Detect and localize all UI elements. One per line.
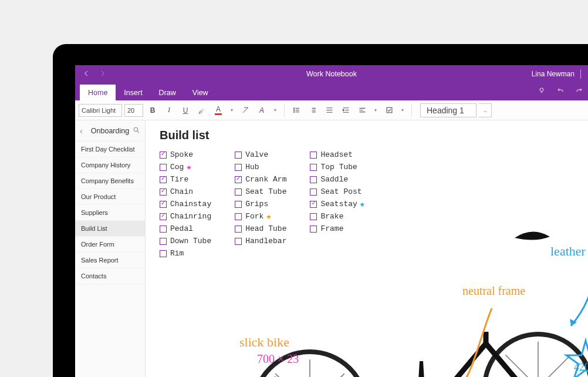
checkbox-icon[interactable] xyxy=(310,201,317,208)
annot-slick-bike: slick bike xyxy=(239,335,289,350)
checklist-item[interactable]: Top Tube xyxy=(310,161,364,173)
checkbox-icon[interactable] xyxy=(160,250,167,257)
checklist-item[interactable]: Pedal xyxy=(160,223,211,234)
nav-back-icon[interactable] xyxy=(82,69,90,79)
app-window: Work Notebook Lina Newman Home Insert Dr… xyxy=(75,65,588,377)
clear-format-button[interactable] xyxy=(238,103,252,117)
checkbox-icon[interactable] xyxy=(310,152,317,159)
star-icon: ★ xyxy=(360,198,365,210)
italic-button[interactable]: I xyxy=(162,103,176,117)
bullet-list-button[interactable] xyxy=(289,103,303,117)
bold-button[interactable]: B xyxy=(146,103,160,117)
checklist-item[interactable]: Tire xyxy=(160,174,211,185)
checkbox-icon[interactable] xyxy=(235,176,242,183)
checkbox-icon[interactable] xyxy=(160,176,167,183)
checklist-item[interactable]: Chain xyxy=(160,186,211,197)
font-size-selector[interactable]: 20 xyxy=(124,104,143,117)
checkbox-icon[interactable] xyxy=(310,176,317,183)
checkbox-icon[interactable] xyxy=(310,164,317,171)
checklist-item[interactable]: Crank Arm xyxy=(235,174,286,185)
checklist-item[interactable]: Rim xyxy=(160,248,211,259)
style-chevron-icon[interactable]: ⌄ xyxy=(479,103,492,117)
svg-rect-4 xyxy=(387,107,392,113)
style-selector[interactable]: Heading 1 xyxy=(420,103,477,117)
font-color-chevron-icon[interactable]: ▾ xyxy=(228,103,236,117)
checklist-label: Seat Post xyxy=(320,187,361,196)
checklist-item[interactable]: Seat Post xyxy=(310,186,364,197)
checkbox-icon[interactable] xyxy=(160,164,167,171)
nav-page-item[interactable]: Company Benefits xyxy=(75,173,145,189)
tab-insert[interactable]: Insert xyxy=(116,85,150,100)
checklist-item[interactable]: Seat Tube xyxy=(235,186,286,197)
highlight-button[interactable] xyxy=(195,103,209,117)
section-title[interactable]: Onboarding xyxy=(75,127,145,135)
bike-saddle xyxy=(512,226,553,244)
checkbox-icon[interactable] xyxy=(160,213,167,220)
checklist-item[interactable]: Grips xyxy=(235,198,286,210)
checkbox-icon[interactable] xyxy=(235,201,242,208)
title-bar: Work Notebook Lina Newman xyxy=(75,65,588,83)
checklist-item[interactable]: Seatstay★ xyxy=(310,198,364,210)
redo-icon[interactable] xyxy=(575,86,583,97)
number-list-button[interactable] xyxy=(306,103,320,117)
annot-tire-size: 700 × 23 xyxy=(257,352,299,366)
note-page[interactable]: Build list SpokeCog★TireChainChainstayCh… xyxy=(146,120,588,377)
checklist-item[interactable]: Saddle xyxy=(310,174,364,185)
checklist-label: Chainstay xyxy=(170,200,211,208)
checklist-item[interactable]: Chainstay xyxy=(160,198,211,210)
checklist-label: Rim xyxy=(170,249,184,258)
checkbox-icon[interactable] xyxy=(310,213,317,220)
checklist-item[interactable]: Cog★ xyxy=(160,161,211,173)
page-title[interactable]: Build list xyxy=(160,129,574,142)
align-chevron-icon[interactable]: ▾ xyxy=(371,103,380,117)
nav-forward-icon[interactable] xyxy=(99,69,107,79)
checkbox-icon[interactable] xyxy=(310,188,317,196)
nav-page-item[interactable]: Contacts xyxy=(75,268,145,284)
checkbox-icon[interactable] xyxy=(235,188,242,196)
checkbox-icon[interactable] xyxy=(160,238,167,245)
section-header: ‹ Onboarding xyxy=(75,120,145,142)
nav-page-item[interactable]: Suppliers xyxy=(75,205,145,221)
outdent-button[interactable] xyxy=(322,103,336,117)
checkbox-icon[interactable] xyxy=(235,213,242,220)
checkbox-icon[interactable] xyxy=(160,225,167,233)
nav-page-item[interactable]: Company History xyxy=(75,157,145,173)
checklist-label: Grips xyxy=(245,200,268,208)
checkbox-icon[interactable] xyxy=(160,152,167,159)
checkbox-icon[interactable] xyxy=(235,164,242,171)
checklist-item[interactable]: Headset xyxy=(310,149,364,160)
checkbox-button[interactable] xyxy=(382,103,396,117)
nav-page-item[interactable]: Build List xyxy=(75,221,145,237)
font-name-selector[interactable]: Calibri Light xyxy=(79,104,122,117)
checkbox-icon[interactable] xyxy=(160,188,167,196)
checkbox-icon[interactable] xyxy=(235,152,242,159)
user-name[interactable]: Lina Newman xyxy=(532,70,575,78)
align-button[interactable] xyxy=(355,103,369,117)
format-painter-button[interactable]: A xyxy=(255,103,269,117)
notebook-title: Work Notebook xyxy=(75,70,588,78)
tab-draw[interactable]: Draw xyxy=(151,85,184,100)
lightbulb-icon[interactable] xyxy=(538,86,546,97)
font-color-button[interactable]: A xyxy=(211,103,225,117)
checklist-item[interactable]: Hub xyxy=(235,161,286,173)
checklist-item[interactable]: Chainring xyxy=(160,211,211,222)
separator xyxy=(580,69,581,79)
nav-page-item[interactable]: Order Form xyxy=(75,237,145,253)
checklist-item[interactable]: Valve xyxy=(235,149,286,160)
nav-page-item[interactable]: Our Product xyxy=(75,189,145,205)
home-toolbar: Calibri Light 20 B I U A ▾ A ▾ xyxy=(75,100,588,120)
tab-view[interactable]: View xyxy=(184,85,217,100)
format-painter-chevron-icon[interactable]: ▾ xyxy=(271,103,279,117)
checklist-item[interactable]: Down Tube xyxy=(160,235,211,247)
indent-button[interactable] xyxy=(339,103,353,117)
tab-home[interactable]: Home xyxy=(80,85,116,100)
nav-page-item[interactable]: Sales Report xyxy=(75,253,145,268)
undo-icon[interactable] xyxy=(556,86,565,97)
checkbox-icon[interactable] xyxy=(160,201,167,208)
checklist-item[interactable]: Spoke xyxy=(160,149,211,160)
underline-button[interactable]: U xyxy=(178,103,192,117)
checklist-label: Down Tube xyxy=(170,237,211,245)
checklist-label: Fork xyxy=(245,212,263,221)
nav-page-item[interactable]: First Day Checklist xyxy=(75,142,145,157)
checkbox-chevron-icon[interactable]: ▾ xyxy=(398,103,407,117)
